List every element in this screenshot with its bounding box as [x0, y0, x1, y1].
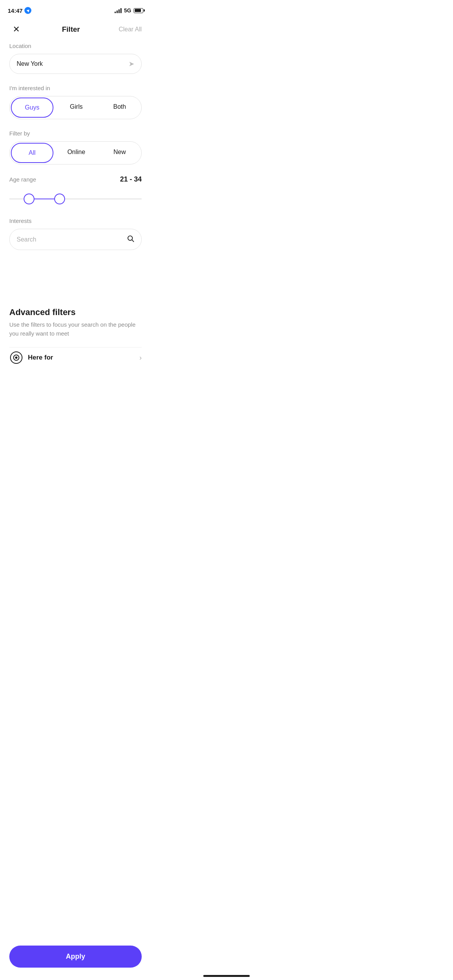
- all-label: All: [29, 149, 36, 156]
- age-range-slider[interactable]: [9, 191, 142, 207]
- new-label: New: [113, 149, 126, 155]
- both-label: Both: [113, 103, 126, 110]
- interested-in-label: I'm interested in: [9, 85, 142, 91]
- location-section: Location New York ➤: [9, 43, 142, 74]
- interests-search-input[interactable]: Search: [9, 229, 142, 250]
- status-bar: 14:47 5G: [0, 0, 151, 19]
- filter-content: Location New York ➤ I'm interested in Gu…: [0, 43, 151, 307]
- slider-thumb-min[interactable]: [24, 194, 34, 204]
- age-range-header: Age range 21 - 34: [9, 175, 142, 183]
- online-label: Online: [67, 149, 85, 155]
- svg-line-1: [132, 240, 134, 242]
- toggle-guys[interactable]: Guys: [11, 98, 53, 118]
- target-center-dot: [15, 356, 17, 359]
- interested-in-section: I'm interested in Guys Girls Both: [9, 85, 142, 119]
- battery-icon: [134, 8, 143, 13]
- interested-in-toggle-group: Guys Girls Both: [9, 96, 142, 119]
- target-icon: [10, 351, 22, 364]
- status-time: 14:47: [8, 7, 31, 14]
- close-button[interactable]: ✕: [9, 22, 23, 36]
- filter-by-section: Filter by All Online New: [9, 130, 142, 164]
- interests-section: Interests Search: [9, 218, 142, 250]
- battery-fill: [135, 9, 141, 12]
- girls-label: Girls: [70, 103, 83, 110]
- toggle-both[interactable]: Both: [99, 98, 140, 118]
- clear-all-button[interactable]: Clear All: [118, 26, 142, 33]
- age-range-section: Age range 21 - 34: [9, 175, 142, 207]
- filter-by-toggle-group: All Online New: [9, 141, 142, 164]
- toggle-girls[interactable]: Girls: [56, 98, 97, 118]
- advanced-filters-section: Advanced filters Use the filters to focu…: [0, 307, 151, 338]
- signal-bars: [115, 8, 122, 13]
- here-for-label: Here for: [28, 354, 53, 362]
- page-title: Filter: [62, 25, 80, 34]
- advanced-filters-title: Advanced filters: [9, 307, 142, 317]
- here-for-left: Here for: [9, 351, 53, 365]
- search-icon: [127, 235, 134, 244]
- toggle-all[interactable]: All: [11, 143, 53, 163]
- slider-thumb-max[interactable]: [54, 194, 65, 204]
- network-type: 5G: [124, 7, 131, 14]
- location-indicator: [24, 7, 31, 14]
- age-range-label: Age range: [9, 176, 36, 183]
- location-value: New York: [17, 60, 129, 67]
- here-for-icon-wrap: [9, 351, 23, 365]
- age-range-values: 21 - 34: [120, 175, 142, 183]
- time-display: 14:47: [8, 7, 22, 14]
- here-for-row[interactable]: Here for ›: [0, 348, 151, 365]
- navigation-icon: ➤: [129, 60, 134, 68]
- chevron-right-icon: ›: [139, 354, 142, 362]
- filter-by-label: Filter by: [9, 130, 142, 137]
- header: ✕ Filter Clear All: [0, 19, 151, 43]
- advanced-filters-description: Use the filters to focus your search on …: [9, 320, 142, 338]
- location-input[interactable]: New York ➤: [9, 54, 142, 74]
- interests-label: Interests: [9, 218, 142, 224]
- toggle-online[interactable]: Online: [56, 143, 97, 163]
- toggle-new[interactable]: New: [99, 143, 140, 163]
- search-placeholder: Search: [17, 236, 127, 243]
- location-label: Location: [9, 43, 142, 49]
- close-icon: ✕: [13, 24, 20, 34]
- svg-point-0: [128, 236, 132, 240]
- status-right: 5G: [115, 7, 143, 14]
- guys-label: Guys: [25, 104, 39, 111]
